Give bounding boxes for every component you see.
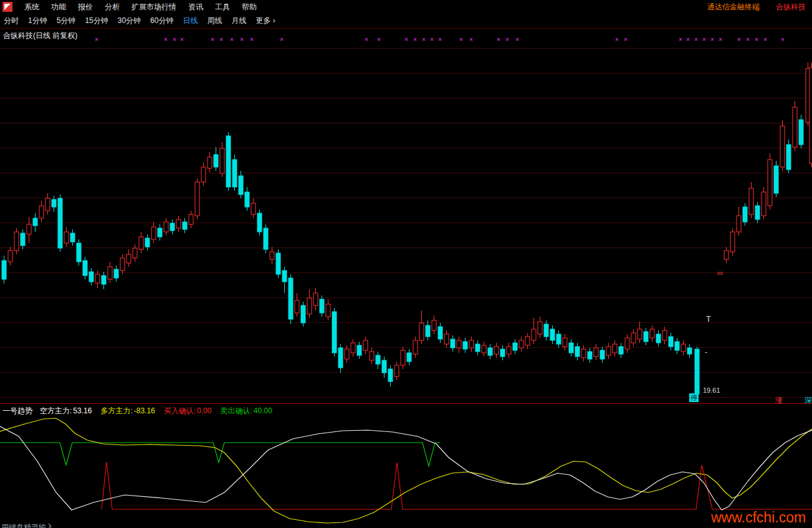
period-tab-weekly[interactable]: 周线 <box>207 16 222 26</box>
menu-item-quotes[interactable]: 报价 <box>78 2 93 12</box>
period-tab-intraday[interactable]: 分时 <box>4 16 19 26</box>
app-logo-icon <box>2 2 12 12</box>
indicator-field-long-force: 多方主力:-83.16 <box>100 406 156 416</box>
svg-text:×: × <box>250 36 254 43</box>
period-tab-monthly[interactable]: 月线 <box>231 16 246 26</box>
period-tab-30min[interactable]: 30分钟 <box>118 16 141 26</box>
trading-terminal-window: ××××××××××××××××××××××××××××××××××× T- 系… <box>0 0 812 528</box>
menu-item-tools[interactable]: 工具 <box>215 2 230 12</box>
svg-text:×: × <box>240 36 244 43</box>
period-tab-15min[interactable]: 15分钟 <box>85 16 108 26</box>
chart-title: 合纵科技(日线 前复权) <box>3 31 77 41</box>
menu-item-function[interactable]: 功能 <box>51 2 66 12</box>
svg-text:×: × <box>515 36 519 43</box>
svg-text:×: × <box>719 36 722 43</box>
watermark: www.cfchi.com <box>711 509 806 526</box>
svg-text:×: × <box>694 36 698 43</box>
svg-text:×: × <box>497 36 500 43</box>
trading-halt-badge: 停 <box>689 393 699 402</box>
svg-text:×: × <box>173 36 176 43</box>
svg-text:×: × <box>702 36 706 43</box>
indicator-line-series <box>0 418 812 523</box>
svg-text:×: × <box>686 36 690 43</box>
svg-text:×: × <box>615 36 619 43</box>
svg-text:×: × <box>459 36 463 43</box>
svg-text:×: × <box>710 36 714 43</box>
svg-text:×: × <box>430 36 434 43</box>
svg-text:×: × <box>438 36 442 43</box>
svg-text:×: × <box>746 36 750 43</box>
menu-item-analysis[interactable]: 分析 <box>105 2 120 12</box>
svg-text:×: × <box>180 36 184 43</box>
indicator-name[interactable]: 一号趋势 <box>2 406 32 416</box>
indicator-field-short-force: 空方主力:53.16 <box>40 406 93 416</box>
svg-text:×: × <box>95 36 98 43</box>
period-tab-60min[interactable]: 60分钟 <box>150 16 173 26</box>
svg-text:×: × <box>365 36 368 43</box>
keyboard-wizard-hint: 用键盘精灵输入 <box>1 522 54 528</box>
corner-ticker-red: 涨 <box>775 395 783 406</box>
chart-canvas[interactable]: ××××××××××××××××××××××××××××××××××× T- <box>0 0 812 528</box>
svg-text:×: × <box>219 36 223 43</box>
sell-signal-x-marks: ××××××××××××××××××××××××××××××××××× <box>95 36 785 43</box>
grid-lines <box>0 49 812 398</box>
low-price-label: 19.61 <box>703 386 720 394</box>
svg-text:×: × <box>469 36 473 43</box>
menu-item-system[interactable]: 系统 <box>24 2 39 12</box>
indicator-field-sell-confirm: 卖出确认:40.00 <box>220 406 273 416</box>
brand-terminal-label: 通达信金融终端 <box>707 2 760 12</box>
menu-item-news[interactable]: 资讯 <box>188 2 203 12</box>
indicator-field-buy-confirm: 买入确认:0.00 <box>164 406 213 416</box>
svg-text:×: × <box>211 36 214 43</box>
menu-item-help[interactable]: 帮助 <box>242 2 257 12</box>
svg-text:×: × <box>280 36 284 43</box>
svg-text:-: - <box>705 348 707 357</box>
svg-text:×: × <box>377 36 381 43</box>
svg-text:×: × <box>781 36 785 43</box>
indicator-header: 一号趋势 空方主力:53.16 多方主力:-83.16 买入确认:0.00 卖出… <box>2 406 274 416</box>
period-tab-1min[interactable]: 1分钟 <box>28 16 47 26</box>
svg-text:×: × <box>763 36 767 43</box>
menu-bar-right: 通达信金融终端 合纵科技 <box>707 0 806 14</box>
svg-text:×: × <box>505 36 509 43</box>
svg-text:×: × <box>413 36 417 43</box>
period-tab-daily[interactable]: 日线 <box>183 16 198 26</box>
svg-text:×: × <box>679 36 682 43</box>
menu-item-extended-market[interactable]: 扩展市场行情 <box>131 2 176 12</box>
svg-text:T: T <box>706 315 711 324</box>
candlestick-series <box>2 62 812 396</box>
svg-text:×: × <box>624 36 628 43</box>
svg-text:×: × <box>230 36 234 43</box>
current-stock-label: 合纵科技 <box>776 2 806 12</box>
period-tab-5min[interactable]: 5分钟 <box>57 16 76 26</box>
svg-text:×: × <box>737 36 741 43</box>
period-toolbar: 分时 1分钟 5分钟 15分钟 30分钟 60分钟 日线 周线 月线 更多 › <box>0 14 275 28</box>
corner-ticker-cyan: 深 <box>805 395 812 406</box>
menu-bar: 系统 功能 报价 分析 扩展市场行情 资讯 工具 帮助 通达信金融终端 合纵科技 <box>0 0 812 14</box>
chart-annotations: T- <box>705 315 711 357</box>
period-tab-more[interactable]: 更多 › <box>256 16 275 26</box>
svg-text:×: × <box>755 36 758 43</box>
svg-text:×: × <box>164 36 168 43</box>
svg-text:×: × <box>422 36 426 43</box>
svg-text:×: × <box>404 36 408 43</box>
